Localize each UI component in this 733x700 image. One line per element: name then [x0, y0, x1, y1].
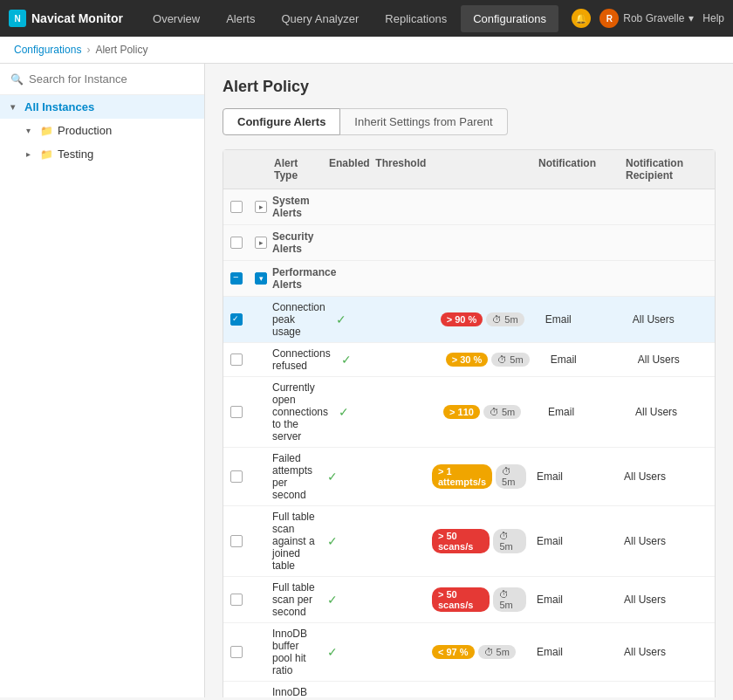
nav-replications[interactable]: Replications	[373, 5, 459, 32]
sidebar-item-testing[interactable]: ▸ 📁 Testing	[0, 142, 204, 166]
tab-bar: Configure Alerts Inherit Settings from P…	[223, 108, 716, 135]
system-expand-icon[interactable]: ▸	[255, 201, 267, 213]
notification-cell: Email	[540, 313, 627, 326]
threshold-badge: > 30 %	[446, 353, 489, 367]
row-checkbox-cell[interactable]	[223, 594, 250, 606]
recipient-cell: All Users	[619, 594, 715, 606]
row-checkbox[interactable]	[230, 535, 243, 547]
system-checkbox[interactable]	[230, 201, 243, 213]
breadcrumb-separator: ›	[86, 44, 90, 56]
alert-name: Connections refused	[267, 347, 336, 372]
sidebar-item-all-instances[interactable]: ▾ All Instances	[0, 95, 204, 119]
user-menu[interactable]: R Rob Gravelle ▾	[599, 9, 694, 28]
row-checkbox[interactable]	[230, 646, 243, 658]
row-checkbox-cell[interactable]	[223, 353, 250, 366]
timer-badge: ⏱ 5m	[478, 645, 516, 659]
row-checkbox[interactable]	[230, 470, 243, 483]
enabled-cell: ✓	[322, 593, 427, 607]
enabled-cell: ✓	[331, 312, 435, 326]
nav-links: Overview Alerts Query Analyzer Replicati…	[140, 5, 572, 32]
enabled-cell: ✓	[333, 405, 438, 419]
testing-label: Testing	[58, 148, 93, 161]
row-checkbox-cell[interactable]	[223, 646, 250, 658]
nav-query-analyzer[interactable]: Query Analyzer	[269, 5, 371, 32]
nav-configurations[interactable]: Configurations	[461, 5, 558, 32]
row-checkbox-cell[interactable]	[223, 535, 250, 547]
notification-cell: Email	[531, 646, 619, 658]
system-checkbox-cell[interactable]	[223, 201, 250, 213]
table-row: Full table scan per second✓> 50 scans/s⏱…	[223, 577, 715, 623]
production-label: Production	[58, 124, 112, 137]
performance-checkbox-cell[interactable]	[223, 272, 250, 285]
timer-badge: ⏱ 5m	[496, 464, 526, 489]
performance-expand-cell[interactable]: ▾	[250, 272, 267, 285]
sidebar-item-production[interactable]: ▾ 📁 Production	[0, 119, 204, 142]
breadcrumb: Configurations › Alert Policy	[0, 37, 733, 64]
row-checkbox-cell[interactable]	[223, 313, 250, 326]
table-row: Currently open connections to the server…	[223, 377, 715, 448]
recipient-cell: All Users	[630, 406, 726, 418]
table-row: InnoDB buffer pool hit ratio✓< 97 %⏱ 5mE…	[223, 623, 715, 682]
tree-toggle-all: ▾	[10, 102, 24, 112]
row-checkbox[interactable]	[230, 313, 243, 326]
sidebar-tree: ▾ All Instances ▾ 📁 Production ▸ 📁 Testi…	[0, 95, 204, 697]
security-expand-cell[interactable]: ▸	[250, 237, 267, 249]
nav-alerts[interactable]: Alerts	[214, 5, 267, 32]
enabled-cell: ✓	[322, 645, 427, 659]
search-icon: 🔍	[10, 73, 24, 86]
tab-configure-alerts[interactable]: Configure Alerts	[223, 108, 340, 135]
logo-icon: N	[9, 10, 26, 27]
timer-badge: ⏱ 5m	[486, 312, 524, 326]
breadcrumb-current: Alert Policy	[95, 44, 147, 56]
alert-table: Alert Type Enabled Threshold Notificatio…	[223, 149, 716, 697]
search-input[interactable]	[29, 72, 194, 86]
table-header: Alert Type Enabled Threshold Notificatio…	[223, 150, 715, 189]
threshold-cell: > 1 attempts/s⏱ 5m	[427, 464, 531, 489]
recipient-cell: All Users	[619, 470, 715, 483]
alert-name: Currently open connections to the server	[267, 381, 333, 443]
user-name: Rob Gravelle	[623, 12, 684, 24]
folder-icon-testing: 📁	[40, 148, 53, 161]
header-check	[223, 157, 250, 182]
security-checkbox[interactable]	[230, 237, 243, 249]
threshold-badge: > 90 %	[441, 312, 483, 326]
page-title: Alert Policy	[223, 78, 716, 96]
row-checkbox-cell[interactable]	[223, 470, 250, 483]
table-row: Full table scan against a joined table✓>…	[223, 506, 715, 577]
system-expand-cell[interactable]: ▸	[250, 201, 267, 213]
row-checkbox[interactable]	[230, 353, 243, 366]
threshold-badge: > 110	[443, 405, 480, 419]
threshold-cell: < 97 %⏱ 5m	[427, 645, 531, 659]
alert-name: InnoDB buffer pool hit ratio	[267, 628, 322, 676]
header-alert-type: Alert Type	[267, 157, 322, 182]
header-threshold-val	[427, 157, 531, 182]
threshold-cell: > 110⏱ 5m	[438, 405, 543, 419]
security-checkbox-cell[interactable]	[223, 237, 250, 249]
enabled-check-icon: ✓	[327, 534, 338, 548]
row-checkbox[interactable]	[230, 406, 243, 418]
threshold-badge: > 1 attempts/s	[432, 464, 492, 489]
nav-overview[interactable]: Overview	[140, 5, 212, 32]
row-checkbox-cell[interactable]	[223, 406, 250, 418]
enabled-cell: ✓	[336, 353, 441, 367]
alert-name: Full table scan against a joined table	[267, 511, 322, 572]
alert-name: Failed attempts per second	[267, 452, 322, 501]
tree-toggle-testing: ▸	[26, 149, 40, 159]
user-avatar: R	[599, 9, 619, 28]
performance-rows: Connection peak usage✓> 90 %⏱ 5mEmailAll…	[223, 297, 715, 697]
threshold-badge: > 50 scans/s	[432, 587, 490, 612]
section-performance-alerts: ▾ Performance Alerts	[223, 261, 715, 297]
breadcrumb-parent[interactable]: Configurations	[14, 44, 81, 56]
header-recipient: Notification Recipient	[619, 157, 715, 182]
row-checkbox[interactable]	[230, 594, 243, 606]
threshold-cell: > 90 %⏱ 5m	[435, 312, 540, 326]
threshold-cell: > 50 scans/s⏱ 5m	[427, 529, 531, 553]
notification-bell-icon[interactable]: 🔔	[572, 9, 591, 28]
help-button[interactable]: Help	[702, 12, 724, 24]
performance-expand-icon[interactable]: ▾	[255, 272, 267, 285]
tab-inherit-settings[interactable]: Inherit Settings from Parent	[340, 108, 507, 135]
performance-checkbox[interactable]	[230, 272, 243, 285]
enabled-check-icon: ✓	[336, 312, 346, 326]
security-expand-icon[interactable]: ▸	[255, 237, 267, 249]
enabled-check-icon: ✓	[327, 645, 338, 659]
